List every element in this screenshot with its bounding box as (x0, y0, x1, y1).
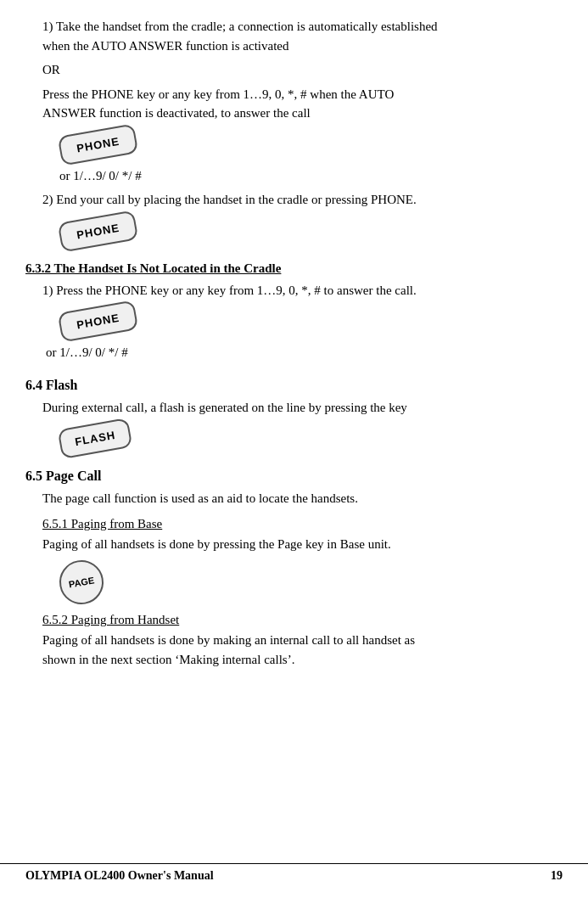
section-6-3-2-heading: 6.3.2 The Handset Is Not Located in the … (25, 261, 563, 276)
section-6-4-content: During external call, a flash is generat… (42, 398, 563, 454)
phone-key-icon-2: PHONE (58, 210, 139, 252)
section-6-3-2-step1: 1) Press the PHONE key or any key from 1… (42, 281, 563, 300)
phone-key-icon-1: PHONE (58, 123, 139, 166)
phone-icon-block-3: PHONE (59, 306, 563, 336)
footer-right: 19 (551, 869, 563, 883)
page-key-icon: PAGE (56, 557, 107, 608)
step1-text-part1: 1) Take the handset from the cradle; a c… (42, 17, 563, 55)
section-6-5-1-para: Paging of all handsets is done by pressi… (42, 535, 563, 554)
footer-left: OLYMPIA OL2400 Owner's Manual (25, 869, 214, 883)
page-content: 1) Take the handset from the cradle; a c… (0, 0, 588, 708)
phone-icon-block-2: PHONE (59, 216, 563, 246)
step2-text: 2) End your call by placing the handset … (42, 190, 563, 210)
step1-or: OR (42, 60, 563, 80)
section-6-5-heading: 6.5 Page Call (25, 469, 563, 484)
or-text-1: or 1/…9/ 0/ */ # (59, 166, 563, 186)
step1-text-part3: Press the PHONE key or any key from 1…9,… (42, 85, 563, 123)
section-6-5-2-heading: 6.5.2 Paging from Handset (42, 613, 563, 627)
step1-block: 1) Take the handset from the cradle; a c… (42, 17, 563, 246)
section-6-5-1: 6.5.1 Paging from Base Paging of all han… (42, 517, 563, 605)
section-6-4-para: During external call, a flash is generat… (42, 398, 563, 418)
section-6-4: 6.4 Flash During external call, a flash … (25, 378, 563, 454)
section-6-5: 6.5 Page Call The page call function is … (25, 469, 563, 669)
section-6-4-heading: 6.4 Flash (25, 378, 563, 393)
page-icon-block: PAGE (59, 560, 563, 604)
page-footer: OLYMPIA OL2400 Owner's Manual 19 (0, 863, 588, 883)
section-6-5-para: The page call function is used as an aid… (42, 489, 563, 508)
section-6-5-1-heading: 6.5.1 Paging from Base (42, 517, 563, 531)
section-6-5-content: The page call function is used as an aid… (42, 489, 563, 669)
or-text-2: or 1/…9/ 0/ */ # (46, 343, 563, 362)
section-6-3-2-content: 1) Press the PHONE key or any key from 1… (42, 281, 563, 362)
section-6-3-2: 6.3.2 The Handset Is Not Located in the … (25, 261, 563, 362)
section-6-5-2-para: Paging of all handsets is done by making… (42, 631, 563, 669)
phone-icon-block-1: PHONE (59, 130, 563, 160)
flash-key-icon: FLASH (58, 418, 133, 459)
phone-key-icon-3: PHONE (58, 300, 139, 342)
flash-icon-block: FLASH (59, 424, 563, 453)
section-6-5-2: 6.5.2 Paging from Handset Paging of all … (42, 613, 563, 669)
